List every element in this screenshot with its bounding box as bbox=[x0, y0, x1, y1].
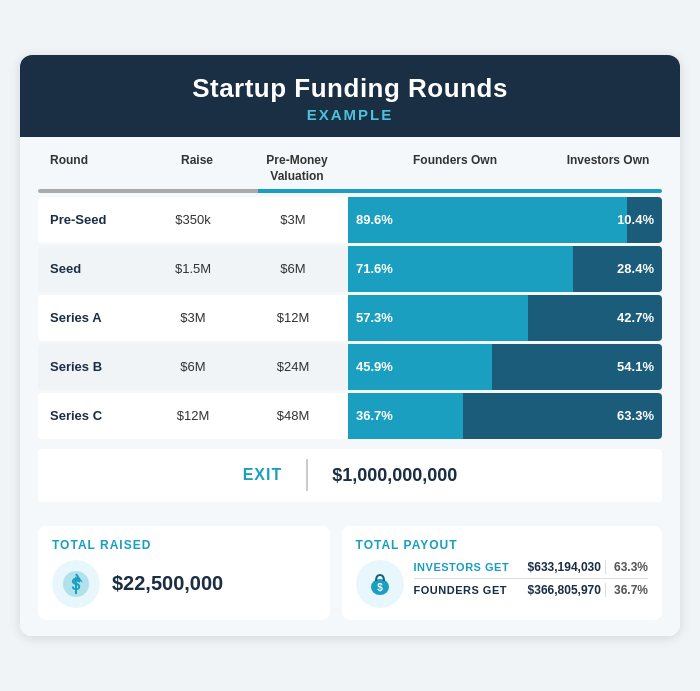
total-payout-title: TOTAL PAYOUT bbox=[356, 538, 648, 552]
cell-bar: 89.6% 10.4% bbox=[348, 197, 662, 243]
page-subtitle: EXAMPLE bbox=[40, 106, 660, 123]
bar-founders: 36.7% bbox=[348, 393, 463, 439]
col-valuation: Pre-Money Valuation bbox=[242, 153, 352, 184]
payout-rows: INVESTORS GET $633,194,030 63.3% FOUNDER… bbox=[414, 560, 648, 601]
founders-payout-pct: 36.7% bbox=[605, 583, 648, 597]
exit-row: EXIT $1,000,000,000 bbox=[38, 449, 662, 502]
bar-founders: 89.6% bbox=[348, 197, 627, 243]
cell-valuation: $24M bbox=[238, 351, 348, 382]
total-raised-value: $22,500,000 bbox=[112, 572, 223, 595]
table-row: Pre-Seed $350k $3M 89.6% 10.4% bbox=[38, 197, 662, 243]
svg-text:$: $ bbox=[377, 582, 383, 593]
table-row: Series A $3M $12M 57.3% 42.7% bbox=[38, 295, 662, 341]
page-title: Startup Funding Rounds bbox=[40, 73, 660, 104]
cell-round: Series B bbox=[38, 351, 148, 382]
exit-label: EXIT bbox=[219, 460, 307, 490]
header: Startup Funding Rounds EXAMPLE bbox=[20, 55, 680, 137]
investors-payout-label: INVESTORS GET bbox=[414, 561, 524, 573]
bar-investors: 63.3% bbox=[463, 393, 662, 439]
bar-investors: 28.4% bbox=[573, 246, 662, 292]
cell-bar: 36.7% 63.3% bbox=[348, 393, 662, 439]
bottom-section: TOTAL RAISED $ $22,500,000 TOTAL PAYOUT bbox=[20, 516, 680, 636]
cell-bar: 71.6% 28.4% bbox=[348, 246, 662, 292]
exit-value: $1,000,000,000 bbox=[308, 459, 481, 492]
cell-round: Seed bbox=[38, 253, 148, 284]
bar-founders: 71.6% bbox=[348, 246, 573, 292]
total-payout-box: TOTAL PAYOUT $ INVESTORS GET $633,194,03… bbox=[342, 526, 662, 620]
cell-raise: $3M bbox=[148, 302, 238, 333]
bag-icon: $ bbox=[356, 560, 404, 608]
investors-payout-row: INVESTORS GET $633,194,030 63.3% bbox=[414, 560, 648, 574]
main-card: Startup Funding Rounds EXAMPLE Round Rai… bbox=[20, 55, 680, 635]
bar-investors: 54.1% bbox=[492, 344, 662, 390]
col-investors: Investors Own bbox=[558, 153, 658, 184]
cell-round: Series C bbox=[38, 400, 148, 431]
founders-payout-label: FOUNDERS GET bbox=[414, 584, 524, 596]
money-icon: $ bbox=[52, 560, 100, 608]
cell-round: Series A bbox=[38, 302, 148, 333]
cell-bar: 57.3% 42.7% bbox=[348, 295, 662, 341]
total-raised-box: TOTAL RAISED $ $22,500,000 bbox=[38, 526, 330, 620]
bar-founders: 45.9% bbox=[348, 344, 492, 390]
cell-bar: 45.9% 54.1% bbox=[348, 344, 662, 390]
bar-investors: 42.7% bbox=[528, 295, 662, 341]
col-raise: Raise bbox=[152, 153, 242, 184]
cell-valuation: $6M bbox=[238, 253, 348, 284]
cell-valuation: $48M bbox=[238, 400, 348, 431]
col-round: Round bbox=[42, 153, 152, 184]
cell-raise: $350k bbox=[148, 204, 238, 235]
cell-valuation: $3M bbox=[238, 204, 348, 235]
table-row: Series B $6M $24M 45.9% 54.1% bbox=[38, 344, 662, 390]
cell-raise: $6M bbox=[148, 351, 238, 382]
cell-raise: $12M bbox=[148, 400, 238, 431]
column-divider bbox=[38, 189, 662, 193]
total-payout-content: $ INVESTORS GET $633,194,030 63.3% FOUND… bbox=[356, 560, 648, 608]
bar-founders: 57.3% bbox=[348, 295, 528, 341]
founders-payout-value: $366,805,970 bbox=[528, 583, 601, 597]
total-raised-title: TOTAL RAISED bbox=[52, 538, 316, 552]
table-section: Round Raise Pre-Money Valuation Founders… bbox=[20, 137, 680, 515]
table-row: Seed $1.5M $6M 71.6% 28.4% bbox=[38, 246, 662, 292]
table-body: Pre-Seed $350k $3M 89.6% 10.4% Seed $1.5… bbox=[38, 197, 662, 439]
cell-round: Pre-Seed bbox=[38, 204, 148, 235]
founders-payout-row: FOUNDERS GET $366,805,970 36.7% bbox=[414, 583, 648, 597]
bar-investors: 10.4% bbox=[627, 197, 662, 243]
column-headers: Round Raise Pre-Money Valuation Founders… bbox=[38, 153, 662, 184]
total-raised-content: $ $22,500,000 bbox=[52, 560, 316, 608]
payout-divider bbox=[414, 578, 648, 579]
cell-valuation: $12M bbox=[238, 302, 348, 333]
cell-raise: $1.5M bbox=[148, 253, 238, 284]
col-founders: Founders Own bbox=[352, 153, 558, 184]
investors-payout-value: $633,194,030 bbox=[528, 560, 601, 574]
table-row: Series C $12M $48M 36.7% 63.3% bbox=[38, 393, 662, 439]
investors-payout-pct: 63.3% bbox=[605, 560, 648, 574]
